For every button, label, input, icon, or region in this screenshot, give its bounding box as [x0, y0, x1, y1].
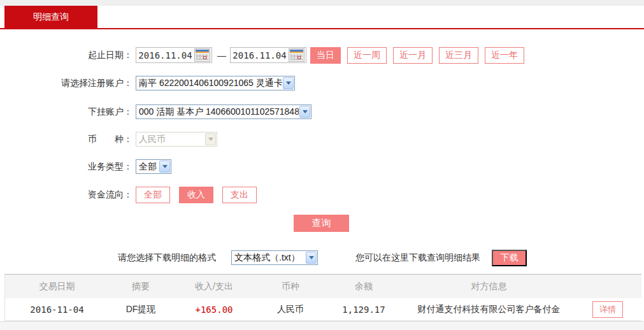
header-summary: 摘要 [109, 281, 173, 292]
query-button[interactable]: 查询 [294, 215, 349, 232]
quick-range-week-button[interactable]: 近一周 [347, 47, 387, 64]
fund-flow-income-button[interactable]: 收入 [179, 187, 213, 203]
date-range-row: 起止日期： 2016.11.04 — 2016.11.04 当日 近一周 近一月… [0, 47, 524, 64]
register-account-label: 请选择注册账户： [0, 78, 132, 89]
quick-range-today-button[interactable]: 当日 [310, 47, 341, 64]
calendar-icon-marker [297, 56, 301, 59]
start-date-value: 2016.11.04 [136, 50, 194, 61]
chevron-down-icon [205, 133, 216, 145]
quick-range-quarter-button[interactable]: 近三月 [439, 47, 478, 64]
cell-balance: 1,129.17 [326, 305, 402, 315]
download-format-value: 文本格式（.txt） [232, 252, 305, 264]
chevron-down-icon [299, 106, 310, 118]
sub-account-value: 000 活期 基本户 1406600101102571848 [136, 106, 299, 118]
table-header-row: 交易日期 摘要 收入/支出 币种 余额 对方信息 [5, 275, 641, 298]
calendar-icon[interactable] [194, 48, 210, 62]
table-row: 2016-11-04 DF提现 +165.00 人民币 1,129.17 财付通… [5, 298, 641, 321]
header-currency: 币种 [255, 281, 326, 292]
currency-label: 币 种： [0, 134, 132, 145]
business-type-select[interactable]: 全部 [136, 159, 171, 174]
end-date-value: 2016.11.04 [231, 50, 289, 61]
tab-underline [0, 28, 644, 29]
quick-range-month-button[interactable]: 近一月 [393, 47, 433, 64]
sub-account-label: 下挂账户： [0, 106, 132, 118]
cell-amount: +165.00 [173, 305, 255, 315]
header-date: 交易日期 [5, 281, 109, 292]
header-balance: 余额 [326, 281, 402, 292]
results-table: 交易日期 摘要 收入/支出 币种 余额 对方信息 2016-11-04 DF提现… [4, 274, 641, 321]
download-button[interactable]: 下载 [492, 250, 527, 266]
calendar-icon-bar [290, 52, 303, 53]
end-date-input[interactable]: 2016.11.04 [230, 47, 306, 63]
sub-account-row: 下挂账户： 000 活期 基本户 1406600101102571848 [0, 104, 311, 119]
calendar-icon-grid [196, 54, 208, 60]
fund-flow-expense-button[interactable]: 支出 [222, 187, 257, 203]
cell-counterparty: 财付通支付科技有限公司客户备付金 [402, 304, 576, 315]
cell-summary: DF提现 [109, 304, 173, 315]
currency-value: 人民币 [136, 134, 204, 145]
detail-query-page: 明细查询 起止日期： 2016.11.04 — 2016.11.04 当日 近一… [0, 0, 644, 330]
chevron-down-icon [283, 77, 294, 89]
currency-row: 币 种： 人民币 [0, 132, 217, 147]
download-format-select[interactable]: 文本格式（.txt） [231, 250, 318, 265]
calendar-icon-marker [203, 56, 206, 59]
quick-range-year-button[interactable]: 近一年 [485, 47, 524, 64]
header-amount: 收入/支出 [173, 281, 255, 292]
start-date-input[interactable]: 2016.11.04 [136, 47, 212, 63]
detail-button[interactable]: 详情 [592, 301, 623, 318]
bottom-strip [0, 321, 644, 330]
cell-action: 详情 [576, 301, 640, 318]
calendar-icon-bar [196, 52, 209, 53]
tab-detail-query[interactable]: 明细查询 [4, 6, 97, 28]
date-range-label: 起止日期： [0, 50, 132, 61]
calendar-icon[interactable] [289, 48, 304, 62]
fund-flow-row: 资金流向： 全部 收入 支出 [0, 186, 257, 203]
register-account-select[interactable]: 南平 6222001406100921065 灵通卡 [136, 76, 295, 90]
cell-date: 2016-11-04 [5, 305, 109, 315]
date-separator: — [217, 50, 226, 61]
calendar-icon-grid [290, 54, 303, 60]
download-format-label: 请您选择下载明细的格式 [118, 252, 216, 264]
business-type-label: 业务类型： [0, 161, 132, 173]
top-strip [0, 0, 644, 6]
sub-account-select[interactable]: 000 活期 基本户 1406600101102571848 [136, 104, 311, 119]
fund-flow-all-button[interactable]: 全部 [136, 187, 170, 203]
business-type-value: 全部 [136, 161, 159, 173]
register-account-value: 南平 6222001406100921065 灵通卡 [136, 78, 282, 89]
cell-currency: 人民币 [255, 304, 326, 315]
fund-flow-label: 资金流向： [0, 189, 132, 201]
currency-select: 人民币 [136, 132, 217, 147]
chevron-down-icon [306, 252, 317, 264]
header-counterparty: 对方信息 [402, 281, 576, 292]
download-hint-text: 您可以在这里下载查询明细结果 [355, 252, 480, 264]
business-type-row: 业务类型： 全部 [0, 159, 171, 174]
chevron-down-icon [159, 161, 170, 173]
register-account-row: 请选择注册账户： 南平 6222001406100921065 灵通卡 [0, 76, 295, 90]
